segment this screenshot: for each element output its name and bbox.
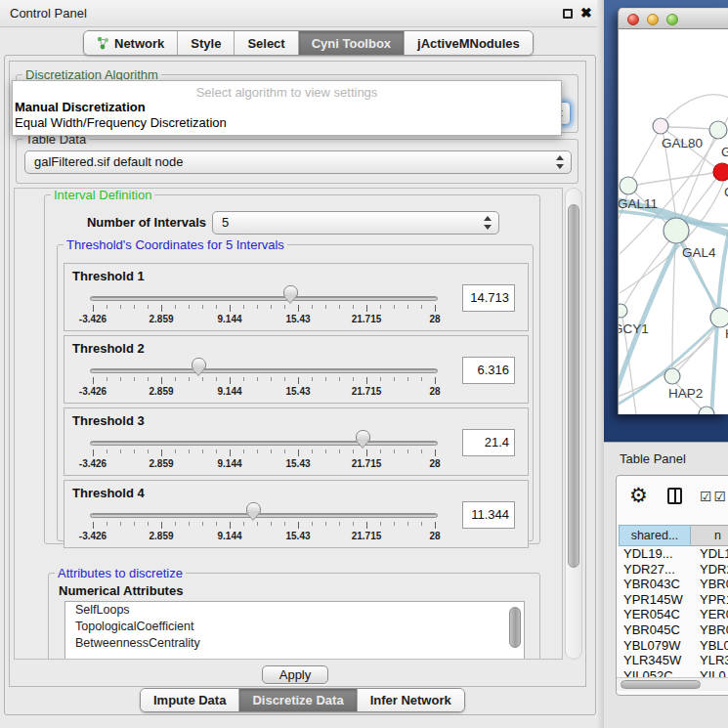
network-icon [97, 36, 109, 50]
thresholds-group: Threshold's Coordinates for 5 Intervals … [57, 244, 534, 541]
threshold-value-field[interactable]: 6.316 [462, 357, 515, 384]
numerical-attributes-label: Numerical Attributes [59, 583, 183, 598]
table-header-row: shared... n [619, 525, 728, 546]
panel-title: Control Panel [10, 6, 87, 21]
number-of-intervals-combo[interactable]: 5 [212, 211, 499, 235]
node-GAL80[interactable] [653, 118, 668, 134]
table-row[interactable]: YDR27...YDR2 [619, 562, 728, 578]
node-GAL11[interactable] [620, 177, 637, 194]
node-GCY1[interactable] [619, 304, 627, 318]
tab-network[interactable]: Network [84, 31, 178, 55]
popup-option-manual-discretization[interactable]: Manual Discretization [15, 100, 146, 114]
attributes-group: Attributes to discretize Numerical Attri… [48, 573, 540, 660]
node-top-right-node[interactable] [709, 121, 727, 139]
table-row[interactable]: YBR045CYBR0 [619, 622, 728, 638]
apply-button[interactable]: Apply [262, 665, 328, 684]
threshold-slider-thumb[interactable] [283, 285, 298, 304]
threshold-value-field[interactable]: 11.344 [462, 501, 515, 529]
table-hscrollbar[interactable] [617, 677, 728, 691]
threshold-slider-thumb[interactable] [356, 430, 370, 449]
network-window-titlebar[interactable] [618, 8, 728, 29]
column-header-shared-name[interactable]: shared... [619, 525, 691, 546]
columns-icon[interactable] [667, 488, 682, 504]
tab-jactivemnodules[interactable]: jActiveMNodules [405, 31, 533, 55]
settings-viewport: Interval Definition Number of Intervals … [14, 188, 563, 660]
node-label-GAL80: GAL80 [662, 136, 703, 150]
zoom-traffic-light-icon[interactable] [666, 14, 678, 25]
close-icon[interactable]: ✖ [580, 5, 592, 21]
table-panel-title: Table Panel [620, 451, 686, 466]
node-table: ⚙ ☑☑ shared... n YDL19...YDL1YDR27...YDR… [616, 475, 728, 696]
threshold-tick-scale: -3.4262.8599.14415.4321.71528 [93, 377, 435, 401]
table-rows: YDL19...YDL1YDR27...YDR2YBR043CYBR0YPR14… [619, 546, 728, 695]
threshold-3-box: Threshold 3-3.4262.8599.14415.4321.71528… [64, 407, 529, 476]
attribute-item[interactable]: TopologicalCoefficient [65, 619, 524, 635]
table-row[interactable]: YLR345WYLR3 [619, 653, 728, 668]
select-checkboxes-icon[interactable]: ☑☑ [700, 489, 728, 504]
table-row[interactable]: YER054CYER0 [619, 607, 728, 622]
node-red-node[interactable] [713, 163, 728, 181]
network-canvas[interactable]: GAL80GCGAL11GAL4GCY1HHAP2 [618, 29, 728, 414]
threshold-tick-scale: -3.4262.8599.14415.4321.71528 [93, 305, 435, 328]
tab-impute-data[interactable]: Impute Data [141, 689, 239, 711]
threshold-tick-scale: -3.4262.8599.14415.4321.71528 [93, 522, 435, 545]
attributes-scrollbar[interactable] [509, 607, 521, 648]
bottom-tab-bar: Impute DataDiscretize DataInfer Network [140, 688, 465, 712]
threshold-slider-thumb[interactable] [192, 358, 206, 376]
node-label-top-right-node: G [721, 145, 728, 159]
column-header-name[interactable]: n [691, 525, 728, 546]
algorithm-popup-hint: Select algorithm to view settings [13, 85, 561, 100]
float-window-icon[interactable] [563, 9, 573, 19]
threshold-slider-thumb[interactable] [246, 502, 261, 521]
tab-infer-network[interactable]: Infer Network [358, 689, 464, 711]
network-view-window: GAL80GCGAL11GAL4GCY1HHAP2 [618, 8, 728, 414]
settings-scrollbar[interactable] [565, 188, 582, 660]
close-traffic-light-icon[interactable] [627, 14, 639, 25]
interval-definition-group: Interval Definition Number of Intervals … [44, 194, 540, 544]
settings-scrollbar-thumb[interactable] [568, 204, 579, 568]
threshold-value-field[interactable]: 21.4 [462, 429, 515, 456]
attribute-item[interactable]: BetweennessCentrality [65, 635, 524, 652]
threshold-4-box: Threshold 4-3.4262.8599.14415.4321.71528… [64, 480, 529, 548]
gear-icon[interactable]: ⚙ [629, 485, 648, 505]
threshold-slider-track[interactable] [90, 368, 438, 373]
table-hscrollbar-thumb[interactable] [621, 680, 701, 689]
table-data-combo[interactable]: galFiltered.sif default node [24, 150, 572, 174]
node-label-HAP2: HAP2 [668, 386, 703, 401]
table-data-group: Table Data galFiltered.sif default node [16, 139, 578, 184]
node-label-GAL4: GAL4 [682, 245, 716, 260]
tab-discretize-data[interactable]: Discretize Data [239, 689, 357, 711]
node-GAL4[interactable] [664, 218, 689, 243]
threshold-2-box: Threshold 2-3.4262.8599.14415.4321.71528… [64, 335, 529, 404]
table-row[interactable]: YPR145WYPR1 [619, 592, 728, 608]
minimize-traffic-light-icon[interactable] [647, 14, 659, 25]
popup-option-equal-width-frequency[interactable]: Equal Width/Frequency Discretization [15, 115, 227, 130]
threshold-label: Threshold 1 [72, 269, 145, 283]
attribute-item[interactable]: SelfLoops [65, 602, 524, 619]
node-HAP2[interactable] [664, 368, 680, 384]
node-label-GCY1: GCY1 [619, 321, 649, 336]
threshold-slider-track[interactable] [90, 441, 438, 446]
attributes-title: Attributes to discretize [55, 566, 186, 580]
threshold-slider-track[interactable] [90, 296, 438, 301]
numerical-attributes-list[interactable]: SelfLoopsTopologicalCoefficientBetweenne… [64, 601, 525, 660]
node-label-red-node: C [724, 185, 728, 199]
interval-definition-title: Interval Definition [51, 188, 154, 202]
threshold-label: Threshold 4 [72, 486, 145, 500]
combo-stepper-icon [555, 155, 564, 169]
threshold-value-field[interactable]: 14.713 [462, 284, 515, 312]
table-row[interactable]: YBL079WYBL0 [619, 638, 728, 654]
number-of-intervals-label: Number of Intervals [84, 215, 206, 230]
table-row[interactable]: YDL19...YDL1 [619, 546, 728, 562]
node-H-node[interactable] [710, 308, 728, 327]
algorithm-popup: Select algorithm to view settings Manual… [12, 80, 562, 136]
top-tab-bar: NetworkStyleSelectCyni ToolboxjActiveMNo… [83, 30, 534, 56]
tab-cyni-toolbox[interactable]: Cyni Toolbox [299, 31, 405, 55]
table-row[interactable]: YBR043CYBR0 [619, 577, 728, 592]
threshold-label: Threshold 2 [72, 341, 145, 356]
node-label-GAL11: GAL11 [619, 196, 658, 211]
threshold-slider-track[interactable] [90, 513, 438, 518]
tab-style[interactable]: Style [178, 31, 235, 55]
tab-select[interactable]: Select [235, 31, 298, 55]
network-graph[interactable]: GAL80GCGAL11GAL4GCY1HHAP2 [619, 29, 728, 414]
